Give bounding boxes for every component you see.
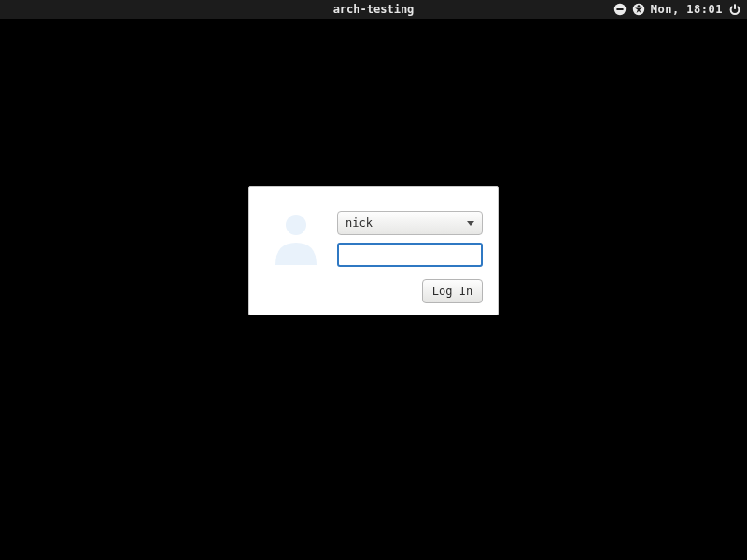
topbar-right-cluster: Mon, 18:01 xyxy=(613,3,741,16)
user-select[interactable]: nick xyxy=(337,211,483,235)
svg-rect-1 xyxy=(616,8,624,10)
svg-point-8 xyxy=(286,215,306,235)
power-icon[interactable] xyxy=(728,3,741,16)
user-avatar-icon xyxy=(270,209,322,267)
chevron-down-icon xyxy=(467,221,474,226)
login-dialog: nick Log In xyxy=(248,186,499,315)
top-panel: arch-testing Mon, 18:01 xyxy=(0,0,747,19)
user-select-label: nick xyxy=(345,217,373,230)
password-input[interactable] xyxy=(337,243,483,267)
accessibility-icon[interactable] xyxy=(632,3,645,16)
clock-label[interactable]: Mon, 18:01 xyxy=(651,3,723,16)
svg-point-3 xyxy=(637,5,640,7)
login-button[interactable]: Log In xyxy=(422,279,483,303)
svg-rect-7 xyxy=(734,4,736,8)
login-button-label: Log In xyxy=(432,285,472,298)
status-indicator-icon[interactable] xyxy=(613,3,627,16)
hostname-label: arch-testing xyxy=(333,3,415,16)
